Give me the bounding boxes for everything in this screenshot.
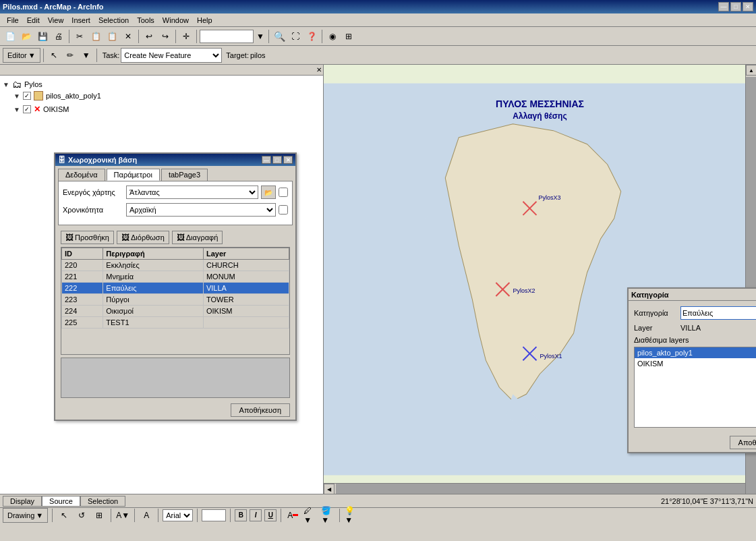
- add-data-button[interactable]: ✛: [179, 29, 194, 44]
- new-button[interactable]: 📄: [3, 29, 18, 44]
- tab-params[interactable]: Παράμετροι: [107, 169, 160, 181]
- scroll-up-button[interactable]: ▲: [746, 65, 756, 76]
- zoom-full-button[interactable]: ⛶: [288, 29, 303, 44]
- zoom-input[interactable]: 1:315.423: [200, 30, 254, 43]
- menu-selection[interactable]: Selection: [94, 16, 133, 25]
- menu-file[interactable]: File: [3, 16, 23, 25]
- toc-layer-checkbox-poly1[interactable]: [23, 92, 31, 100]
- cell-desc: TEST1: [103, 317, 204, 329]
- font-size-input[interactable]: 10: [202, 509, 226, 521]
- time-checkbox[interactable]: [279, 205, 288, 215]
- active-map-select[interactable]: Άτλαντας: [126, 186, 258, 199]
- rotate-btn[interactable]: ↺: [74, 508, 89, 523]
- separator-7: [43, 49, 44, 62]
- toc-layer-checkbox-oikism[interactable]: [23, 105, 31, 113]
- menu-help[interactable]: Help: [193, 16, 216, 25]
- toc-layer-expand-icon[interactable]: ▼: [13, 92, 20, 100]
- time-select[interactable]: Αρχαϊκή: [126, 203, 276, 217]
- maximize-button[interactable]: □: [730, 2, 741, 11]
- tab-data[interactable]: Δεδομένα: [58, 169, 105, 181]
- underline-button[interactable]: U: [264, 509, 277, 521]
- flip-btn[interactable]: ⊞: [92, 508, 107, 523]
- minimize-button[interactable]: —: [718, 2, 729, 11]
- font-color-btn[interactable]: A: [285, 508, 300, 523]
- tab-display[interactable]: Display: [3, 496, 42, 507]
- edit-btn[interactable]: 🖼 Διόρθωση: [117, 231, 169, 244]
- table-row[interactable]: 223 Πύργοι TOWER: [62, 294, 289, 306]
- dialog-choro-maximize[interactable]: □: [272, 156, 282, 164]
- table-row[interactable]: 220 Εκκλησίες CHURCH: [62, 260, 289, 271]
- font-btn[interactable]: A: [139, 508, 154, 523]
- shadow-btn[interactable]: 💡▼: [344, 508, 359, 523]
- redo-button[interactable]: ↪: [158, 29, 173, 44]
- toc-layer-expand-icon-2[interactable]: ▼: [13, 106, 20, 113]
- active-map-checkbox[interactable]: [279, 188, 288, 197]
- scroll-left-button[interactable]: ◀: [324, 484, 335, 494]
- kat-list-item-oikism[interactable]: OIKISM: [635, 358, 756, 369]
- paste-button[interactable]: 📋: [105, 29, 119, 44]
- tab-page3[interactable]: tabPage3: [161, 169, 208, 181]
- font-name-select[interactable]: Arial: [163, 509, 193, 521]
- toc-layer-oikism[interactable]: ▼ ✕ OIKISM: [3, 104, 320, 115]
- toc-layer-poly1[interactable]: ▼ pilos_akto_poly1: [3, 90, 320, 101]
- dialog-choro-controls[interactable]: — □ ✕: [262, 156, 293, 164]
- drawing-dropdown-button[interactable]: Drawing ▼: [3, 508, 48, 523]
- toc-collapse-icon[interactable]: ▼: [3, 81, 9, 88]
- dialog-choro-title: Χωροχρονική βάση: [68, 156, 137, 164]
- undo-button[interactable]: ↩: [142, 29, 156, 44]
- open-button[interactable]: 📂: [19, 29, 34, 44]
- add-layer-btn[interactable]: ⊞: [341, 29, 356, 44]
- choro-save-button[interactable]: Αποθήκευση: [231, 403, 290, 417]
- tab-selection[interactable]: Selection: [80, 496, 125, 507]
- kat-save-button[interactable]: Αποθήκευση: [730, 436, 756, 449]
- task-select[interactable]: Create New Feature: [121, 48, 222, 63]
- spatial-btn[interactable]: ◉: [325, 29, 340, 44]
- menu-tools[interactable]: Tools: [133, 16, 158, 25]
- zoom-in-button[interactable]: 🔍: [272, 29, 287, 44]
- table-row[interactable]: 224 Οικισμοί OIKISM: [62, 306, 289, 317]
- map-scrollbar-horizontal[interactable]: ◀: [324, 483, 745, 494]
- choro-table-container[interactable]: ID Περιγραφή Layer 220 Εκκλησίες CHURCH …: [61, 247, 290, 355]
- zoom-dropdown-button[interactable]: ▼: [255, 29, 266, 44]
- delete-button[interactable]: ✕: [121, 29, 136, 44]
- print-button[interactable]: 🖨: [51, 29, 66, 44]
- table-row[interactable]: 221 Μνημεία MONUM: [62, 271, 289, 283]
- italic-button[interactable]: I: [250, 509, 262, 521]
- window-controls[interactable]: — □ ✕: [718, 2, 753, 11]
- bold-button[interactable]: B: [235, 509, 247, 521]
- identify-button[interactable]: ❓: [304, 29, 319, 44]
- copy-button[interactable]: 📋: [88, 29, 103, 44]
- kat-list-item-poly1[interactable]: pilos_akto_poly1: [635, 347, 756, 358]
- close-button[interactable]: ✕: [743, 2, 753, 11]
- editor-dropdown-button[interactable]: Editor ▼: [3, 48, 40, 63]
- edit-dropdown-button[interactable]: ▼: [79, 48, 94, 63]
- menu-window[interactable]: Window: [158, 16, 193, 25]
- fill-color-btn[interactable]: 🪣▼: [320, 508, 335, 523]
- toc-layer-label-oikism: OIKISM: [43, 105, 69, 113]
- cell-id: 222: [62, 283, 103, 294]
- save-button[interactable]: 💾: [35, 29, 50, 44]
- scroll-thumb-h[interactable]: [336, 484, 745, 494]
- dialog-choro-close[interactable]: ✕: [283, 156, 293, 164]
- kat-layers-listbox[interactable]: pilos_akto_poly1 OIKISM: [634, 347, 756, 428]
- drawing-label: Drawing: [7, 511, 34, 519]
- toc-close-button[interactable]: ✕: [316, 66, 322, 74]
- table-row-selected[interactable]: 222 Επαύλεις VILLA: [62, 283, 289, 294]
- active-map-icon-btn[interactable]: 📂: [261, 186, 276, 199]
- select-tool-btn[interactable]: ↖: [57, 508, 71, 523]
- kat-kategoria-input[interactable]: [680, 306, 756, 320]
- table-row[interactable]: 225 TEST1: [62, 317, 289, 329]
- highlight-btn[interactable]: 🖊▼: [303, 508, 318, 523]
- edit-vertices-button[interactable]: ✏: [63, 48, 78, 63]
- add-btn[interactable]: 🖼 Προσθήκη: [61, 231, 114, 244]
- edit-tool-button[interactable]: ↖: [47, 48, 61, 63]
- menu-view[interactable]: View: [44, 16, 68, 25]
- cut-button[interactable]: ✂: [72, 29, 87, 44]
- delete-btn[interactable]: 🖼 Διαγραφή: [172, 231, 223, 244]
- menu-insert[interactable]: Insert: [67, 16, 94, 25]
- text-style-btn[interactable]: A▼: [115, 508, 130, 523]
- map-area[interactable]: PylosX3 PylosX2 PylosX1 ΠΥΛΟΣ ΜΕΣΣΗΝΙΑΣ …: [324, 65, 756, 494]
- menu-edit[interactable]: Edit: [23, 16, 44, 25]
- tab-source[interactable]: Source: [42, 496, 80, 507]
- dialog-choro-minimize[interactable]: —: [262, 156, 271, 164]
